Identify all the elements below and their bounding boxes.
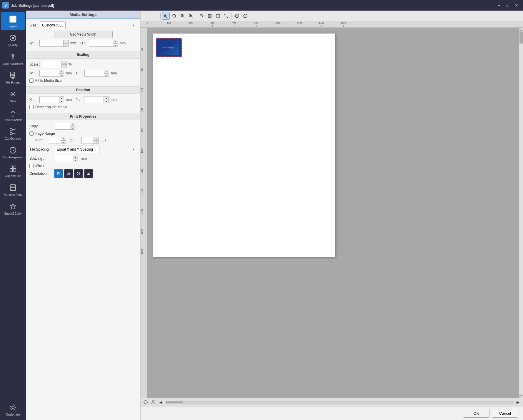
fit-page-button[interactable] (206, 12, 214, 20)
scroll-up-arrow[interactable]: ▲ (519, 28, 523, 32)
orientation-0-button[interactable]: R (54, 169, 63, 178)
zoom-in-button[interactable] (187, 12, 194, 20)
pos-x-input[interactable]: 0.00 (40, 96, 59, 103)
copy-up[interactable]: ▲ (70, 123, 75, 126)
sidebar-item-file-format[interactable]: File Format (1, 68, 25, 86)
tile-spacing-dropdown[interactable]: Equal X and Y Spacing Different X and Y … (55, 146, 99, 153)
scaling-h-input[interactable]: 215.99 (85, 70, 104, 76)
sidebar-item-color-adjustment[interactable]: Color Adjustment (1, 50, 25, 68)
media-h-input[interactable]: 0.00 (89, 40, 113, 46)
pos-y-spinner: ▲ ▼ (104, 96, 109, 103)
zoom-out-button[interactable] (179, 12, 186, 20)
size-dropdown[interactable]: CustomROLL (40, 21, 66, 29)
undo-button[interactable] (198, 12, 205, 20)
rotate-tool-button[interactable] (170, 12, 178, 20)
canvas-area[interactable]: sample.pdf (147, 28, 519, 398)
copy-down[interactable]: ▼ (70, 126, 75, 129)
scale-input[interactable]: 100.00 (42, 61, 61, 68)
sidebar-item-special-color[interactable]: Special Color (1, 199, 25, 218)
spacing-up[interactable]: ▲ (73, 155, 78, 159)
sidebar-item-customize[interactable]: Customize (1, 400, 25, 419)
mirror-label[interactable]: Mirror (35, 164, 44, 168)
sidebar-item-quality[interactable]: Quality (1, 31, 25, 49)
orientation-270-icon: R (86, 172, 91, 175)
to-input[interactable]: 1 (82, 137, 94, 144)
h-scroll-thumb[interactable] (166, 401, 183, 403)
sidebar-item-cut-controls[interactable]: Cut Controls (1, 124, 25, 143)
mirror-checkbox[interactable] (29, 164, 34, 168)
pos-y-down[interactable]: ▼ (104, 100, 109, 103)
sidebar-item-clip-and-tile[interactable]: Clip and Tile (1, 162, 25, 180)
to-down[interactable]: ▼ (94, 140, 99, 144)
media-dimensions-row: W : 1600.00 ▲ ▼ mm H : 0.00 ▲ ▼ (29, 40, 137, 47)
copy-input[interactable]: 1 (55, 123, 70, 129)
toolbar-separator-3 (231, 13, 232, 19)
minimize-button[interactable]: − (495, 1, 503, 9)
pos-x-up[interactable]: ▲ (59, 96, 64, 100)
pos-y-up[interactable]: ▲ (104, 96, 109, 100)
orientation-270-button[interactable]: R (84, 169, 93, 178)
scaling-h-down[interactable]: ▼ (104, 73, 109, 76)
scaling-dimensions-row: W : 303.00 ▲ ▼ mm H : 215.99 ▲ ▼ (29, 70, 137, 77)
scale-up[interactable]: ▲ (62, 61, 66, 64)
select-tool-button[interactable] (162, 12, 170, 20)
cancel-button[interactable]: Cancel (492, 409, 518, 418)
orientation-90-button[interactable]: R (64, 169, 73, 178)
profile-button[interactable] (150, 399, 156, 406)
sidebar-item-job-management[interactable]: Job Management (1, 143, 25, 161)
to-up[interactable]: ▲ (94, 137, 99, 140)
sidebar-item-mark[interactable]: Mark (1, 87, 25, 105)
sidebar-item-layout[interactable]: Layout (1, 12, 25, 30)
scale-down[interactable]: ▼ (62, 64, 66, 68)
get-media-width-button[interactable]: Get Media Width (54, 31, 113, 38)
media-h-up[interactable]: ▲ (113, 40, 118, 43)
scroll-left-button[interactable]: ◀ (158, 399, 164, 406)
spacing-input-group: 4.00 ▲ ▼ (55, 155, 78, 162)
media-w-up[interactable]: ▲ (64, 40, 68, 43)
scaling-h-up[interactable]: ▲ (104, 70, 109, 73)
from-up[interactable]: ▲ (61, 137, 66, 140)
expand-button[interactable] (222, 12, 230, 20)
page-range-label[interactable]: Page Range (35, 131, 55, 136)
from-input[interactable]: 1 (49, 137, 61, 144)
scaling-w-label: W : (29, 71, 38, 75)
scaling-w-input[interactable]: 303.00 (40, 70, 59, 76)
sidebar-item-printer-controls[interactable]: Printer Controls (1, 106, 25, 124)
canvas-image[interactable]: sample.pdf (156, 38, 182, 57)
scaling-w-down[interactable]: ▼ (59, 73, 64, 76)
center-on-media-label[interactable]: Center on the Media (35, 105, 67, 109)
pos-y-input-group: 0.00 ▲ ▼ (84, 96, 109, 103)
pos-x-down[interactable]: ▼ (59, 100, 64, 103)
scroll-thumb[interactable] (519, 32, 523, 44)
ok-button[interactable]: OK (463, 409, 489, 418)
add-button[interactable] (233, 12, 241, 20)
media-w-input[interactable]: 1600.00 (40, 40, 63, 46)
center-on-media-checkbox[interactable] (29, 105, 34, 109)
main-container: Layout Quality Color Adjustment (0, 11, 523, 420)
from-down[interactable]: ▼ (61, 140, 66, 144)
maximize-button[interactable]: □ (504, 1, 512, 9)
scroll-right-button[interactable]: ▶ (515, 399, 521, 406)
nav-back-button[interactable]: ← (143, 12, 151, 20)
pos-y-input[interactable]: 0.00 (84, 96, 104, 103)
page-range-checkbox[interactable] (29, 131, 34, 136)
fit-to-media-label[interactable]: Fit to Media Size (35, 79, 61, 83)
fit-to-media-checkbox[interactable] (29, 79, 34, 83)
horizontal-scrollbar[interactable] (165, 401, 514, 404)
scrollbar-vertical[interactable]: ▲ ▼ (519, 28, 523, 398)
media-w-down[interactable]: ▼ (64, 43, 68, 46)
close-button[interactable]: ✕ (512, 1, 521, 9)
scaling-w-up[interactable]: ▲ (59, 70, 64, 73)
scroll-track[interactable] (519, 32, 523, 394)
remove-button[interactable] (241, 12, 249, 20)
spacing-down[interactable]: ▼ (73, 159, 78, 162)
crosshair-button[interactable] (142, 399, 149, 406)
sidebar-item-variable-data[interactable]: 12 Variable Data (1, 181, 25, 199)
svg-point-16 (10, 129, 12, 131)
spacing-input[interactable]: 4.00 (55, 155, 73, 162)
scroll-down-arrow[interactable]: ▼ (519, 394, 523, 398)
nav-forward-button[interactable]: → (151, 12, 159, 20)
orientation-180-button[interactable]: R (74, 169, 83, 178)
media-h-down[interactable]: ▼ (113, 43, 118, 46)
actual-size-button[interactable] (214, 12, 222, 20)
